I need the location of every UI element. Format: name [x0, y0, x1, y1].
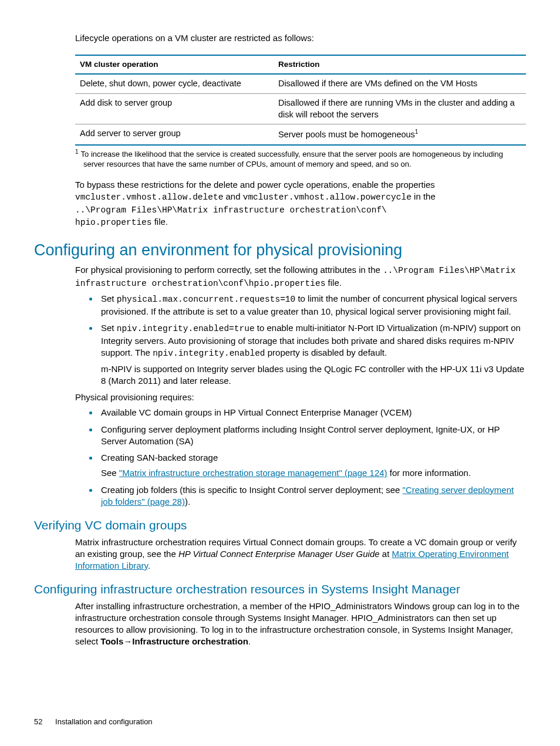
cell: Disallowed if there are VMs defined on t…: [274, 74, 526, 93]
list-item: Creating SAN-backed storage See "Matrix …: [99, 452, 526, 480]
table-row: Delete, shut down, power cycle, deactiva…: [75, 74, 526, 93]
vc-paragraph: Matrix infrastructure orchestration requ…: [75, 536, 526, 572]
cell: Server pools must be homogeneous1: [274, 124, 526, 145]
list-subtext: m-NPIV is supported on Integrity server …: [101, 363, 526, 387]
requires-intro: Physical provisioning requires:: [75, 391, 526, 403]
cell: Delete, shut down, power cycle, deactiva…: [75, 74, 274, 93]
requires-list: Available VC domain groups in HP Virtual…: [34, 407, 526, 508]
th-operation: VM cluster operation: [75, 55, 274, 74]
restrictions-table: VM cluster operation Restriction Delete,…: [75, 55, 526, 145]
list-item: Configuring server deployment platforms …: [99, 424, 526, 448]
heading-sim-resources: Configuring infrastructure orchestration…: [34, 581, 526, 598]
footnote: 1To increase the likelihood that the ser…: [75, 148, 526, 170]
storage-link[interactable]: "Matrix infrastructure orchestration sto…: [119, 468, 387, 478]
intro-text: Lifecycle operations on a VM cluster are…: [75, 32, 526, 44]
table-row: Add disk to server group Disallowed if t…: [75, 94, 526, 124]
sim-paragraph: After installing infrastructure orchestr…: [75, 600, 526, 648]
list-item: Available VC domain groups in HP Virtual…: [99, 407, 526, 418]
list-item: Creating job folders (this is specific t…: [99, 484, 526, 508]
list-item: Set physical.max.concurrent.requests=10 …: [99, 293, 526, 318]
list-subtext: See "Matrix infrastructure orchestration…: [101, 467, 526, 479]
cell: Disallowed if there are running VMs in t…: [274, 94, 526, 124]
cell: Add disk to server group: [75, 94, 274, 124]
table-row: Add server to server group Server pools …: [75, 124, 526, 145]
cell: Add server to server group: [75, 124, 274, 145]
config-list: Set physical.max.concurrent.requests=10 …: [34, 293, 526, 387]
heading-physical-provisioning: Configuring an environment for physical …: [34, 239, 526, 261]
list-item: Set npiv.integrity.enabled=true to enabl…: [99, 322, 526, 387]
phys-intro: For physical provisioning to perform cor…: [75, 264, 526, 289]
heading-verify-vc: Verifying VC domain groups: [34, 517, 526, 534]
th-restriction: Restriction: [274, 55, 526, 74]
bypass-paragraph: To bypass these restrictions for the del…: [75, 179, 526, 229]
